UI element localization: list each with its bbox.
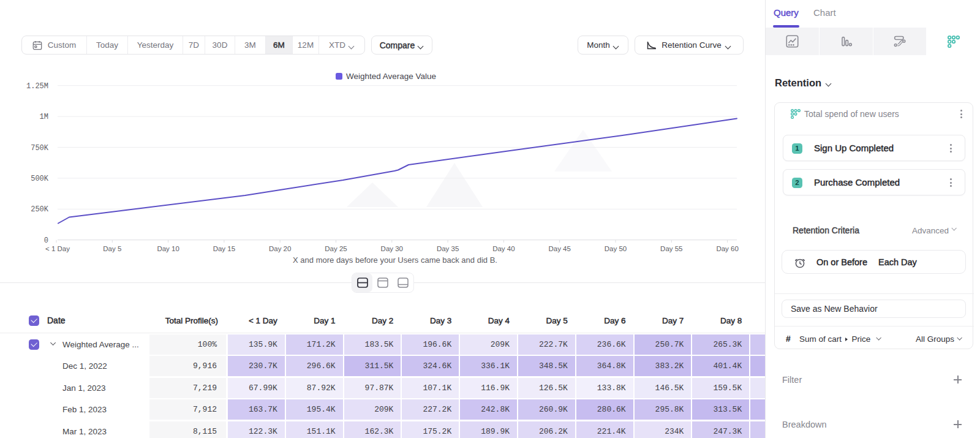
svg-text:250K: 250K [31,205,49,214]
svg-text:1M: 1M [40,113,48,121]
svg-text:Day 20: Day 20 [269,245,291,252]
svg-text:0: 0 [44,236,48,245]
svg-text:< 1 Day: < 1 Day [45,245,70,252]
svg-text:Day 5: Day 5 [103,245,121,252]
svg-text:Day 55: Day 55 [660,245,682,252]
svg-text:Day 40: Day 40 [492,245,514,252]
svg-text:Day 15: Day 15 [213,245,235,252]
svg-text:Day 10: Day 10 [157,245,179,252]
svg-text:Day 35: Day 35 [437,245,459,252]
svg-text:Day 45: Day 45 [548,245,570,252]
svg-text:1.25M: 1.25M [26,82,48,91]
svg-text:Day 50: Day 50 [605,245,627,252]
svg-text:X and more days before your Us: X and more days before your Users came b… [293,255,497,265]
svg-text:Day 25: Day 25 [325,245,347,252]
svg-text:500K: 500K [31,175,49,183]
svg-text:Day 60: Day 60 [716,245,738,252]
svg-text:750K: 750K [31,144,49,153]
svg-text:Day 30: Day 30 [381,245,403,252]
